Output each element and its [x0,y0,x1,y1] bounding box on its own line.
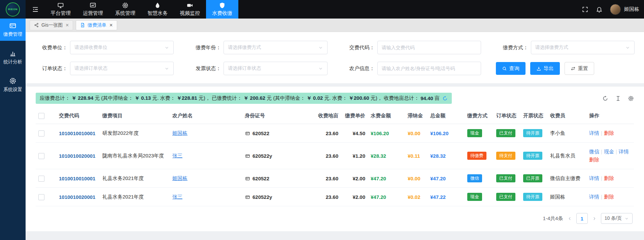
select-placeholder: 请选择收费单位 [74,44,164,51]
search-button[interactable]: 查询 [496,62,526,75]
table-header-row: 交费代码 缴费项目 农户姓名 身份证号 收费地亩 缴费单价 水费金额 滞纳金 总… [36,108,634,124]
payment-year-select[interactable]: 请选择缴费方式 [224,41,327,54]
collector-name: 李小鱼 [550,130,565,136]
row-checkbox[interactable] [38,194,44,200]
wechat-pay-link[interactable]: 微信 [589,149,599,154]
topbar-item-video[interactable]: 视频监控 [174,0,206,19]
total-amount: ¥106.20 [430,130,448,136]
monitor-icon [57,2,64,9]
detail-link[interactable]: 详情 [589,175,599,181]
collector-name: 姬国栋 [550,194,565,200]
filter-farmer-info: 农户信息： [342,62,481,75]
water-fee: ¥106.20 [371,130,389,136]
id-card-icon [245,176,250,181]
search-icon [502,66,507,71]
tab-payment-list[interactable]: 缴费清单 × [76,20,117,30]
prev-page-icon[interactable] [567,216,572,221]
tab-close-icon[interactable]: × [66,23,69,28]
sidebar-item-statistics[interactable]: 统计分析 [0,46,26,68]
topbar-item-water-fee[interactable]: 水费收缴 [206,0,238,19]
charge-unit-select[interactable]: 请选择收费单位 [70,41,174,54]
topbar-item-smart-water[interactable]: 智慧水务 [141,0,174,19]
order-status-select[interactable]: 请选择订单状态 [70,62,174,75]
fullscreen-icon[interactable] [582,6,588,13]
topbar-item-system[interactable]: 系统管理 [109,0,141,19]
payment-method-select[interactable]: 请选择缴费方式 [531,41,635,54]
gear-icon [122,2,129,9]
id-number: 620522y [252,194,272,200]
export-button[interactable]: 导出 [530,62,560,75]
download-icon [536,66,541,71]
detail-link[interactable]: 详情 [589,194,599,200]
sidebar-nav: 缴费管理 统计分析 系统设置 [0,19,26,96]
filter-label: 交费代码： [342,44,375,51]
topbar-item-label: 运营管理 [83,10,103,17]
late-fee: ¥0.02 [408,194,420,200]
reset-button-label: 重置 [578,65,588,72]
row-checkbox[interactable] [38,130,44,137]
topbar-item-label: 智慧水务 [147,10,168,17]
sidebar-item-label: 系统设置 [3,87,22,93]
payment-code-link[interactable]: 1010010010001 [59,130,95,136]
next-page-icon[interactable] [592,216,597,221]
invoice-status-badge: 待开票 [523,152,542,160]
brand-logo[interactable]: RIEON [0,0,26,19]
delete-link[interactable]: 删除 [589,157,599,162]
row-checkbox[interactable] [38,176,44,182]
detail-link[interactable]: 详情 [589,130,599,136]
density-icon[interactable] [615,95,621,101]
topbar-menu: 平台管理 运营管理 系统管理 智慧水务 视频监控 [44,0,238,19]
sidebar-item-system-settings[interactable]: 系统设置 [0,74,26,96]
page-size-select[interactable]: 10 条/页 [601,213,633,224]
select-all-checkbox[interactable] [38,113,44,119]
detail-link[interactable]: 详情 [619,149,629,154]
page-number[interactable]: 1 [576,213,588,224]
topbar-item-platform[interactable]: 平台管理 [44,0,77,19]
bar-chart-icon [9,50,16,57]
chevron-down-icon [318,66,323,71]
invoice-status-select[interactable]: 请选择订单状态 [224,62,327,75]
table-row: 1010010020001 陇南市礼县水务局2023年度 张三 620522y … [36,143,634,169]
pagination-total: 1-4共4条 [543,215,563,222]
payment-code-link[interactable]: 1010010020001 [59,153,95,159]
delete-link[interactable]: 删除 [604,175,614,181]
col-header: 收费地亩 [312,108,341,124]
tab-gis-map[interactable]: Gis一张图 × [30,20,73,30]
farmer-info-input[interactable] [377,62,481,75]
col-header: 订单状态 [494,108,520,124]
collapse-menu-icon[interactable] [32,0,39,19]
col-header: 开票状态 [520,108,547,124]
farmer-name-link[interactable]: 姬国栋 [172,130,188,136]
select-placeholder: 请选择订单状态 [74,65,164,71]
farmer-name-link[interactable]: 张三 [172,194,182,200]
row-checkbox[interactable] [38,153,44,159]
tab-close-icon[interactable]: × [109,23,112,28]
payment-code-link[interactable]: 1010010020001 [59,194,95,200]
brand-logo-text: RIEON [8,8,18,11]
sidebar-item-payment-management[interactable]: 缴费管理 [0,19,26,41]
filter-label: 农户信息： [342,65,375,72]
delete-link[interactable]: 删除 [604,194,614,200]
farmer-name-link[interactable]: 姬国栋 [172,175,188,181]
delete-link[interactable]: 删除 [604,130,614,136]
topbar-item-operations[interactable]: 运营管理 [77,0,109,19]
chevron-down-icon [624,216,629,221]
reset-button[interactable]: 重置 [565,62,594,75]
total-amount: ¥47.20 [430,176,446,181]
cash-pay-link[interactable]: 现金 [604,149,614,154]
id-card-icon [245,131,250,136]
payment-code-link[interactable]: 1010010010001 [59,176,95,181]
page-body: 收费单位： 请选择收费单位 缴费年份： 请选择缴费方式 [26,32,644,240]
payment-code-input[interactable] [377,41,481,54]
column-settings-gear-icon[interactable] [628,95,634,101]
summary-refresh-icon[interactable] [442,96,448,101]
refresh-icon[interactable] [602,95,608,101]
farmer-name-link[interactable]: 张三 [172,153,182,158]
bell-icon[interactable] [596,6,603,13]
user-avatar[interactable] [610,4,621,15]
filter-payment-method: 缴费方式： 请选择缴费方式 [496,41,635,54]
filter-payment-code: 交费代码： [342,41,481,54]
chevron-down-icon [318,45,323,50]
select-placeholder: 请选择缴费方式 [228,44,318,51]
username[interactable]: 姬国栋 [624,6,639,12]
